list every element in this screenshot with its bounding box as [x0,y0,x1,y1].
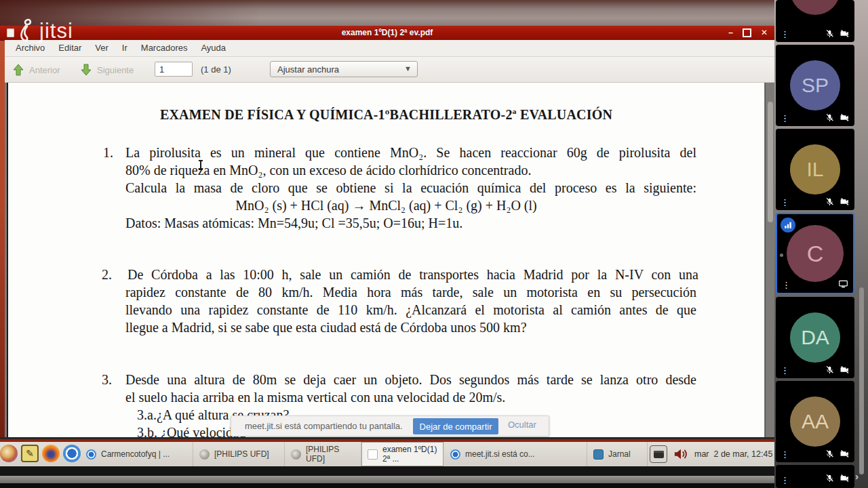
zoom-mode-value: Ajustar anchura [277,64,339,75]
connection-quality-icon[interactable] [781,218,795,232]
document-scrollbar[interactable] [765,83,774,437]
document-scrollbar-thumb[interactable] [768,102,773,222]
q1-equation: MnO₂ (s) + HCl (aq) → MnCl₂ (aq) + Cl₂ (… [8,198,764,214]
chevron-right-icon[interactable]: › [855,470,859,482]
firefox-icon[interactable] [42,445,60,462]
clock[interactable]: mar 2 de mar, 12:45 [694,449,772,459]
arrow-up-icon [13,64,24,76]
jarnal-launcher-icon[interactable]: ✎ [21,445,39,462]
q1-line1: La pirolusita es un mineral que contiene… [125,145,696,161]
mic-muted-icon [825,474,834,483]
pdf-page: EXAMEN DE FÍSICA Y QUÍMICA-1ºBACHILLERAT… [7,83,764,437]
participant-tile-c-local[interactable]: C ⋮ [776,213,854,294]
share-message: meet.jit.si está compartiendo tu pantall… [245,421,403,431]
menu-ir[interactable]: Ir [115,40,134,56]
jitsi-logo-icon [16,18,37,43]
minimize-icon[interactable]: – [728,27,733,39]
jarnal-window-icon [593,449,604,460]
chevron-down-icon: ▼ [404,64,412,73]
screen-share-banner: meet.jit.si está compartiendo tu pantall… [231,415,549,436]
tile-menu-icon[interactable]: ⋮ [781,30,789,39]
taskbar-window-philips-2[interactable]: [PHILIPS UFD] [285,442,361,466]
tile-menu-icon[interactable]: ⋮ [781,450,789,459]
q1-data-line: Datos: Masas atómicas: Mn=54,9u; Cl =35,… [125,216,462,231]
q2-number: 2. [102,267,112,283]
participant-tile[interactable]: ⋮ [776,0,854,42]
screen-bottom-band [0,476,868,483]
avatar [790,0,840,15]
participant-tile-da[interactable]: DA ⋮ [776,297,854,378]
avatar: SP [790,60,840,110]
tile-menu-icon[interactable]: ⋮ [781,114,789,123]
avatar-initials: DA [801,326,829,349]
menu-bar: Archivo Editar Ver Ir Marcadores Ayuda [5,40,774,57]
menu-ver[interactable]: Ver [88,40,115,56]
tile-menu-icon[interactable]: ⋮ [781,366,789,375]
app-launcher-icon[interactable] [0,445,18,462]
tile-menu-icon[interactable]: ⋮ [781,198,789,207]
menu-ayuda[interactable]: Ayuda [194,40,233,56]
mic-muted-icon [825,29,834,38]
taskbar-window-examen-pdf[interactable]: examen 1ºD(1) 2ª ... [361,442,444,466]
participant-tile-sp[interactable]: SP ⋮ [776,45,854,126]
mic-muted-icon [825,365,834,374]
menu-marcadores[interactable]: Marcadores [134,40,195,56]
q1-line3: Calcula la masa de cloro que se obtiene … [125,180,696,196]
chromium-icon[interactable] [63,445,81,462]
zoom-mode-select[interactable]: Ajustar anchura ▼ [270,61,418,77]
camera-muted-icon [840,365,850,374]
page-number-input[interactable] [155,62,193,77]
avatar: DA [790,312,840,363]
dominant-speaker-dot [780,253,783,257]
taskbar: ✎ Carmencotofyq | ... [PHILIPS UFD] [PHI… [0,442,774,466]
avatar-initials: AA [802,410,829,433]
taskbar-window-carmencotofyq[interactable]: Carmencotofyq | ... [80,442,193,466]
drive-icon [291,449,301,460]
hide-banner-button[interactable]: Ocultar [508,420,536,430]
volume-icon[interactable] [673,447,688,461]
taskbar-window-jarnal[interactable]: Jarnal [587,442,648,466]
tile-menu-icon[interactable]: ⋮ [781,476,789,485]
q1-number: 1. [103,145,113,161]
pdf-window-titlebar: examen 1ºD(1) 2ª ev.pdf – ✕ [0,26,774,41]
maximize-icon[interactable] [743,28,751,37]
close-icon[interactable]: ✕ [761,27,768,39]
avatar-initials: IL [806,158,823,181]
browser-tab-icon [450,449,460,460]
keyboard-indicator-icon[interactable] [650,445,667,463]
avatar: AA [790,396,840,447]
q2-line3: llevando una rapidez constante de 110 km… [125,302,696,318]
stop-sharing-button[interactable]: Dejar de compartir [413,418,498,434]
previous-page-button[interactable]: Anterior [13,57,60,83]
next-page-button[interactable]: Siguiente [81,57,134,83]
q2-line2: rapidez constante de 80 km/h. Media hora… [125,285,696,300]
participant-tile-il[interactable]: IL ⋮ [776,129,854,210]
screen-bottom-edge [0,483,868,488]
participant-tile[interactable]: ⋮ [776,465,854,488]
q3-number: 3. [102,372,112,388]
avatar: C [787,225,844,282]
jitsi-watermark: jitsi [16,16,73,45]
q3-line1: Desde una altura de 80m se deja caer un … [125,372,696,388]
camera-muted-icon [840,113,850,122]
exam-title: EXAMEN DE FÍSICA Y QUÍMICA-1ºBACHILLERAT… [8,107,764,123]
jitsi-app-background [0,0,868,26]
camera-muted-icon [840,474,850,483]
mic-muted-icon [825,113,834,122]
taskbar-window-meet-jitsi[interactable]: meet.jit.si está co... [444,442,587,466]
participant-tile-aa[interactable]: AA ⋮ [776,381,854,462]
mic-muted-icon [825,449,834,458]
q1-line2: 80% de riqueza en MnO₂, con un exceso de… [125,163,531,178]
taskbar-window-philips-1[interactable]: [PHILIPS UFD] [193,442,285,466]
pdf-toolbar: Anterior Siguiente (1 de 1) Ajustar anch… [5,57,774,83]
filmstrip-scrollbar-thumb[interactable] [859,287,864,474]
tile-menu-icon[interactable]: ⋮ [782,281,791,289]
desktop-background-edge [0,40,5,442]
document-view: EXAMEN DE FÍSICA Y QUÍMICA-1ºBACHILLERAT… [5,83,774,437]
avatar-initials: SP [802,74,829,97]
previous-label: Anterior [29,65,60,75]
camera-muted-icon [840,197,850,206]
camera-muted-icon [840,449,850,458]
mic-muted-icon [825,197,834,206]
window-title: examen 1ºD(1) 2ª ev.pdf [0,28,774,37]
